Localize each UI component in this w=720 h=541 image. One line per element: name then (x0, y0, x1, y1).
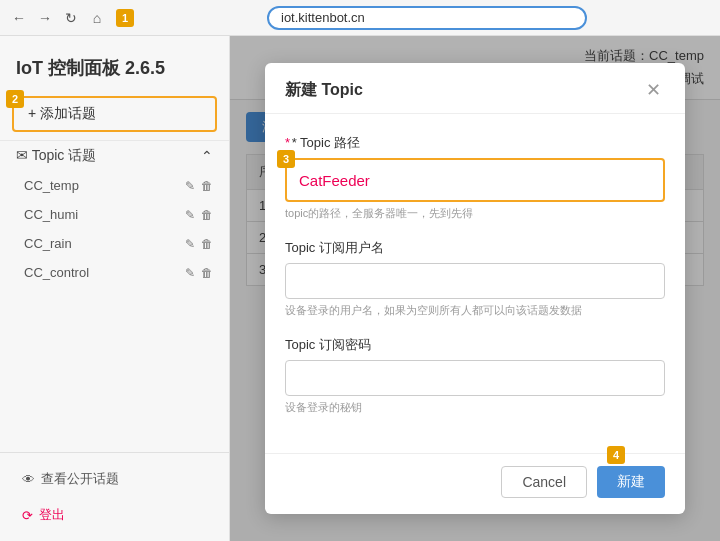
view-public-button[interactable]: 👁 查看公开话题 (12, 463, 129, 495)
username-input[interactable] (285, 263, 665, 299)
chevron-icon: ⌃ (201, 148, 213, 164)
add-topic-label: + 添加话题 (28, 105, 96, 123)
back-button[interactable]: ← (8, 7, 30, 29)
password-input[interactable] (285, 360, 665, 396)
password-hint: 设备登录的秘钥 (285, 400, 665, 415)
topic-section-header[interactable]: ✉ Topic 话题 ⌃ (0, 140, 229, 171)
logout-button[interactable]: ⟳ 登出 (12, 499, 75, 531)
add-topic-button[interactable]: 2 + 添加话题 (12, 96, 217, 132)
topic-name-cc-rain: CC_rain (24, 236, 72, 251)
topic-path-label: * * Topic 路径 (285, 134, 665, 152)
password-label: Topic 订阅密码 (285, 336, 665, 354)
topic-section-label: ✉ Topic 话题 (16, 147, 96, 165)
modal-header: 新建 Topic ✕ (265, 63, 685, 114)
view-public-label: 查看公开话题 (41, 470, 119, 488)
cancel-button[interactable]: Cancel (501, 466, 587, 498)
modal-close-button[interactable]: ✕ (642, 79, 665, 101)
edit-icon-cc-humi[interactable]: ✎ (185, 208, 195, 222)
logout-label: 登出 (39, 506, 65, 524)
topic-path-group: * * Topic 路径 3 topic的路径，全服务器唯一，先到先得 (285, 134, 665, 221)
topic-name-cc-control: CC_control (24, 265, 89, 280)
password-group: Topic 订阅密码 设备登录的秘钥 (285, 336, 665, 415)
browser-bar: ← → ↻ ⌂ 1 (0, 0, 720, 36)
topic-name-cc-temp: CC_temp (24, 178, 79, 193)
topic-item-cc-humi[interactable]: CC_humi ✎ 🗑 (0, 200, 229, 229)
topic-path-wrapper: 3 (285, 158, 665, 202)
modal-footer: 4 Cancel 新建 (265, 453, 685, 514)
forward-button[interactable]: → (34, 7, 56, 29)
modal-body: * * Topic 路径 3 topic的路径，全服务器唯一，先到先得 Topi… (265, 114, 685, 453)
topic-item-cc-control[interactable]: CC_control ✎ 🗑 (0, 258, 229, 287)
submit-button[interactable]: 新建 (597, 466, 665, 498)
nav-buttons: ← → ↻ ⌂ (8, 7, 108, 29)
sidebar: IoT 控制面板 2.6.5 2 + 添加话题 ✉ Topic 话题 ⌃ CC_… (0, 36, 230, 541)
modal-overlay: 新建 Topic ✕ * * Topic 路径 3 to (230, 36, 720, 541)
url-bar[interactable] (267, 6, 587, 30)
topic-path-input[interactable] (289, 162, 661, 198)
delete-icon-cc-control[interactable]: 🗑 (201, 266, 213, 280)
edit-icon-cc-control[interactable]: ✎ (185, 266, 195, 280)
envelope-icon: ✉ (16, 147, 28, 163)
topic-item-cc-rain[interactable]: CC_rain ✎ 🗑 (0, 229, 229, 258)
modal-title: 新建 Topic (285, 80, 363, 101)
delete-icon-cc-temp[interactable]: 🗑 (201, 179, 213, 193)
username-label: Topic 订阅用户名 (285, 239, 665, 257)
eye-icon: 👁 (22, 472, 35, 487)
app-container: IoT 控制面板 2.6.5 2 + 添加话题 ✉ Topic 话题 ⌃ CC_… (0, 36, 720, 541)
badge-2: 2 (6, 90, 24, 108)
sidebar-bottom: 👁 查看公开话题 ⟳ 登出 (0, 452, 229, 541)
app-title: IoT 控制面板 2.6.5 (0, 46, 229, 96)
logout-icon: ⟳ (22, 508, 33, 523)
badge-1: 1 (116, 9, 134, 27)
new-topic-modal: 新建 Topic ✕ * * Topic 路径 3 to (265, 63, 685, 514)
edit-icon-cc-temp[interactable]: ✎ (185, 179, 195, 193)
delete-icon-cc-humi[interactable]: 🗑 (201, 208, 213, 222)
home-button[interactable]: ⌂ (86, 7, 108, 29)
delete-icon-cc-rain[interactable]: 🗑 (201, 237, 213, 251)
edit-icon-cc-rain[interactable]: ✎ (185, 237, 195, 251)
username-hint: 设备登录的用户名，如果为空则所有人都可以向该话题发数据 (285, 303, 665, 318)
refresh-button[interactable]: ↻ (60, 7, 82, 29)
required-star: * (285, 135, 290, 150)
topic-item-cc-temp[interactable]: CC_temp ✎ 🗑 (0, 171, 229, 200)
username-group: Topic 订阅用户名 设备登录的用户名，如果为空则所有人都可以向该话题发数据 (285, 239, 665, 318)
badge-3: 3 (277, 150, 295, 168)
main-content: 当前话题：CC_temp 调试 添加 删除 序号 1 2 3 (230, 36, 720, 541)
topic-path-hint: topic的路径，全服务器唯一，先到先得 (285, 206, 665, 221)
topic-name-cc-humi: CC_humi (24, 207, 78, 222)
badge-4: 4 (607, 446, 625, 464)
